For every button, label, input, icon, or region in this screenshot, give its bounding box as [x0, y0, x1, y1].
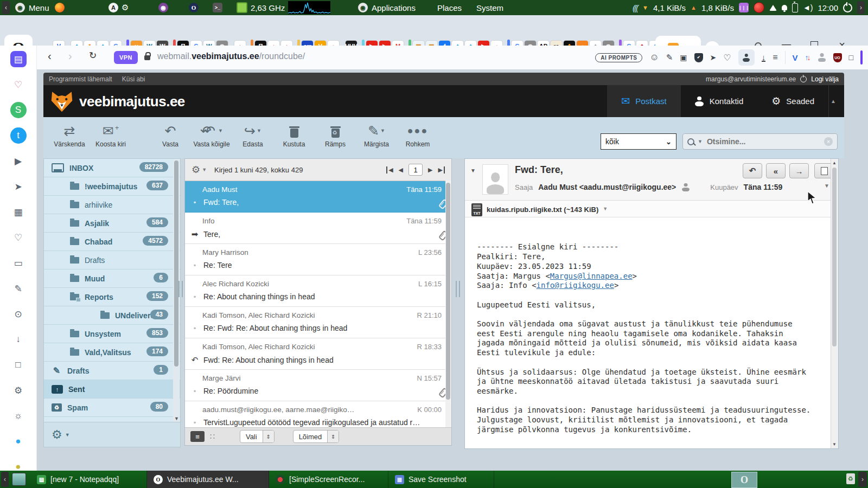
select-dropdown[interactable]: Vali⇕ [240, 430, 275, 443]
ublock-icon[interactable]: UO [833, 53, 842, 62]
trash-applet-icon[interactable]: ♻ [846, 473, 855, 484]
refresh-button[interactable]: ⇄Värskenda [50, 123, 89, 148]
extension-box-icon[interactable]: □ [849, 53, 853, 62]
terminal-icon[interactable]: >_ [213, 3, 222, 12]
shield-check-icon[interactable]: ✔ [694, 53, 703, 62]
task-screenrecorder[interactable]: [SimpleScreenRecor... [269, 471, 388, 488]
folder-item[interactable]: Unsystem853 [44, 325, 180, 343]
notifications-bell-icon[interactable] [782, 5, 787, 10]
places-menu[interactable]: Places [437, 0, 462, 15]
extension-person-icon[interactable] [818, 53, 826, 62]
forward-button[interactable]: › [68, 50, 72, 62]
list-mode-icon[interactable]: ≡ [190, 431, 205, 442]
logout-link[interactable]: Logi välja [811, 75, 839, 83]
notes-icon[interactable]: ✎ [10, 280, 27, 297]
folder-spam[interactable]: ♻Spam80 [44, 399, 180, 417]
message-row[interactable]: Marge JärviN 15:57 •Re: Pöördumine [185, 370, 451, 401]
url-field[interactable]: webmail.veebimajutus.ee/roundcube/ [157, 52, 305, 61]
task-webmail[interactable]: O Veebimajutus.ee W... [147, 471, 269, 488]
bookmark-heart-icon[interactable]: ♡ [723, 53, 731, 63]
lock-icon[interactable] [144, 55, 150, 60]
search-options-caret[interactable]: ▼ [698, 139, 703, 144]
taskbar-expand-icon[interactable]: › [858, 472, 867, 487]
clock[interactable]: 12:00 [818, 3, 838, 12]
taskbar-collapse-icon[interactable]: ‹ [1, 472, 9, 487]
search-scope-select[interactable]: kõik⌄ [601, 133, 676, 150]
menu-button[interactable]: ◉ Menu [15, 3, 49, 12]
history-icon[interactable]: ⊙ [10, 306, 27, 322]
help-link[interactable]: Küsi abi [122, 75, 145, 83]
folder-item[interactable]: arhiivike [44, 196, 180, 214]
email-link[interactable]: info@riigikogu.ee [537, 281, 614, 290]
tor-browser-icon[interactable]: ◉ [158, 3, 168, 12]
reply-quick-button[interactable]: ↶ [743, 163, 762, 178]
pane-splitter[interactable] [178, 281, 183, 297]
extension-v-icon[interactable]: V [793, 53, 798, 62]
network-monitor-icon[interactable]: ((( [633, 3, 637, 12]
folder-reports[interactable]: Reports152 [44, 288, 180, 306]
recorder-applet-icon[interactable]: ❘❘❘ [739, 3, 749, 12]
panel-collapse-left-icon[interactable]: ‹ [2, 1, 10, 14]
junk-button[interactable]: Rämps [316, 123, 355, 148]
settings-icon[interactable]: ⚙ [10, 382, 27, 399]
emoji-icon[interactable]: ☺ [649, 52, 659, 63]
prev-page-button[interactable]: ◀ [399, 166, 403, 174]
first-page-button[interactable]: ◀ [386, 166, 393, 174]
brand[interactable]: veebimajutus.ee [50, 89, 185, 113]
folder-item[interactable]: Asjalik584 [44, 214, 180, 233]
message-row[interactable]: Kadi Tomson, Alec Richard KozickiR 21:10… [185, 307, 451, 338]
back-button[interactable]: ‹ [48, 50, 52, 62]
messages-icon[interactable]: ▭ [10, 255, 27, 271]
list-options-gear-icon[interactable]: ⚙ [192, 164, 200, 176]
nav-mail[interactable]: ✉ Postkast [607, 85, 680, 117]
task-notepadqq[interactable]: ▤ [new 7 - Notepadqq] [30, 471, 147, 488]
about-link[interactable]: Programmist lähemalt [49, 75, 112, 83]
chat-dot-icon[interactable]: ● [10, 433, 27, 450]
reply-all-quick-button[interactable]: « [766, 163, 786, 178]
video-popout-icon[interactable]: ▶ [10, 153, 27, 169]
likes-icon[interactable]: ♡ [10, 229, 27, 246]
pane-splitter[interactable] [456, 281, 460, 297]
applications-menu[interactable]: ◉ Applications [358, 0, 416, 15]
message-row[interactable]: InfoTäna 11:59 ➡Tere, [185, 213, 451, 244]
extensions-icon[interactable]: □ [10, 357, 27, 373]
ai-prompts-button[interactable]: AI PROMPTS [595, 53, 642, 62]
battery-icon[interactable] [792, 3, 798, 12]
folder-item[interactable]: Vald,Valitsus174 [44, 343, 180, 362]
gears-icon[interactable]: ⚙ [122, 3, 129, 12]
wishlist-icon[interactable]: ♡ [10, 76, 27, 93]
send-page-icon[interactable]: ➤ [710, 53, 717, 62]
tips-icon[interactable]: ☼ [10, 408, 27, 424]
reader-scrollbar[interactable]: ▲ ▼ [831, 159, 838, 448]
more-actions-caret[interactable]: ▼ [824, 183, 829, 189]
recording-icon[interactable] [754, 2, 764, 13]
panel-collapse-right-icon[interactable]: › [857, 1, 865, 14]
folder-item[interactable]: !weebimajutus637 [44, 177, 180, 196]
folder-item[interactable]: Drafts [44, 251, 180, 269]
conversation-icon[interactable]: ∷ [210, 432, 215, 441]
page-number-box[interactable]: 1 [409, 164, 423, 176]
reply-all-button[interactable]: ↶▼Vasta kõigile [192, 123, 231, 148]
reply-button[interactable]: ↶Vasta [151, 123, 190, 148]
folder-actions-caret[interactable]: ▼ [65, 432, 70, 438]
forward-quick-button[interactable]: → [789, 163, 809, 178]
reading-list-icon[interactable]: ▤ [10, 51, 27, 67]
list-options-caret[interactable]: ▼ [202, 167, 207, 172]
search-input[interactable] [706, 137, 816, 146]
firefox-icon[interactable] [55, 3, 65, 12]
collapse-header-icon[interactable]: ▼ [470, 168, 476, 174]
add-contact-icon[interactable] [681, 183, 690, 191]
clear-search-icon[interactable]: × [824, 137, 833, 146]
messenger-icon[interactable]: ➤ [10, 178, 27, 195]
wifi-icon[interactable] [769, 5, 777, 11]
last-page-button[interactable]: ▶ [438, 166, 445, 174]
search-tool-icon[interactable]: A [108, 3, 118, 12]
next-page-button[interactable]: ▶ [428, 166, 432, 174]
extension-updown-icon[interactable]: ↑↓ [805, 53, 811, 62]
twitter-icon[interactable]: t [10, 127, 27, 144]
vpn-badge[interactable]: VPN [114, 51, 138, 64]
message-row[interactable]: Mary HarrisonL 23:56 •Re: Tere [185, 244, 451, 275]
forward-button-mail[interactable]: ↪▼Edasta [233, 123, 272, 148]
message-row[interactable]: Alec Richard KozickiL 16:15 •Re: About c… [185, 275, 451, 307]
message-list-scrollbar[interactable] [445, 181, 451, 428]
